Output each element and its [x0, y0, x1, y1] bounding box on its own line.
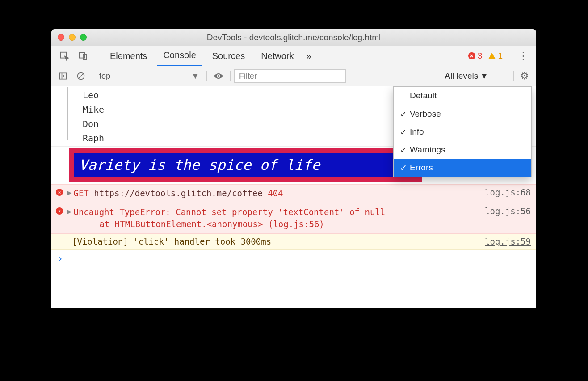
devtools-window: DevTools - devtools.glitch.me/console/lo… — [51, 29, 536, 308]
console-prompt[interactable]: › — [51, 250, 536, 267]
console-row-error: ✕ ▶ GET https://devtools.glitch.me/coffe… — [51, 184, 536, 203]
warning-icon — [488, 53, 496, 59]
error-icon: ✕ — [468, 52, 475, 59]
source-link[interactable]: log.js:56 — [476, 206, 531, 216]
separator — [509, 50, 509, 62]
sidebar-toggle-icon[interactable] — [56, 70, 70, 82]
kebab-menu-icon[interactable]: ⋮ — [516, 48, 531, 64]
source-link[interactable]: log.js:68 — [476, 187, 531, 197]
levels-menu: Default ✓Verbose ✓Info ✓Warnings ✓Errors — [393, 86, 532, 177]
levels-menu-info[interactable]: ✓Info — [394, 123, 531, 141]
titlebar: DevTools - devtools.glitch.me/console/lo… — [51, 29, 536, 46]
separator — [92, 71, 92, 81]
separator — [230, 71, 231, 81]
disclosure-icon[interactable]: ▶ — [67, 187, 71, 197]
tab-elements[interactable]: Elements — [104, 46, 153, 66]
styled-log-text: Variety is the spice of life — [74, 153, 418, 177]
error-message: GET https://devtools.glitch.me/coffee 40… — [73, 187, 283, 200]
clear-console-icon[interactable] — [74, 70, 88, 82]
tab-console[interactable]: Console — [157, 46, 202, 66]
panel-tabs: Elements Console Sources Network » ✕ 3 1… — [51, 46, 536, 66]
styled-log: Variety is the spice of life — [69, 148, 422, 182]
context-value: top — [99, 72, 110, 81]
warning-count[interactable]: 1 — [488, 51, 503, 61]
svg-rect-1 — [80, 53, 85, 58]
separator — [513, 71, 514, 81]
svg-rect-3 — [60, 73, 67, 79]
console-row-violation: [Violation] 'click' handler took 3000ms … — [51, 234, 536, 250]
levels-menu-errors[interactable]: ✓Errors — [394, 159, 531, 177]
source-link[interactable]: log.js:59 — [476, 237, 531, 246]
tab-network[interactable]: Network — [255, 46, 300, 66]
error-count[interactable]: ✕ 3 — [468, 51, 483, 61]
separator — [97, 50, 97, 62]
chevron-down-icon: ▼ — [191, 72, 199, 81]
prompt-icon: › — [58, 253, 63, 264]
inspect-icon[interactable] — [57, 49, 72, 63]
disclosure-icon[interactable]: ▶ — [67, 206, 71, 216]
svg-point-7 — [218, 75, 219, 77]
error-icon: ✕ — [55, 207, 64, 215]
chevron-down-icon: ▼ — [480, 71, 488, 81]
log-levels-dropdown[interactable]: All levels ▼ — [445, 71, 488, 81]
separator — [206, 71, 207, 81]
filter-input[interactable] — [234, 69, 346, 83]
tab-sources[interactable]: Sources — [206, 46, 251, 66]
svg-line-6 — [79, 74, 83, 78]
context-selector[interactable]: top ▼ — [96, 69, 203, 83]
levels-menu-warnings[interactable]: ✓Warnings — [394, 141, 531, 159]
levels-label: All levels — [445, 71, 478, 81]
console-row-error: ✕ ▶ Uncaught TypeError: Cannot set prope… — [51, 203, 536, 234]
console-toolbar: top ▼ All levels ▼ ⚙ — [51, 66, 536, 86]
violation-message: [Violation] 'click' handler took 3000ms — [72, 237, 271, 246]
console-body: Leo Mike Don Raph Variety is the spice o… — [51, 86, 536, 308]
levels-menu-verbose[interactable]: ✓Verbose — [394, 105, 531, 123]
levels-menu-default[interactable]: Default — [394, 87, 531, 105]
request-url[interactable]: https://devtools.glitch.me/coffee — [94, 188, 263, 198]
device-toggle-icon[interactable] — [76, 49, 91, 63]
warning-count-value: 1 — [498, 51, 503, 61]
error-count-value: 3 — [478, 51, 483, 61]
source-link[interactable]: log.js:56 — [273, 219, 319, 229]
live-expression-icon[interactable] — [210, 70, 227, 82]
window-title: DevTools - devtools.glitch.me/console/lo… — [51, 33, 536, 42]
tabs-overflow[interactable]: » — [304, 46, 314, 66]
error-message: Uncaught TypeError: Cannot set property … — [73, 206, 385, 231]
error-icon: ✕ — [55, 189, 64, 196]
settings-icon[interactable]: ⚙ — [517, 68, 532, 84]
